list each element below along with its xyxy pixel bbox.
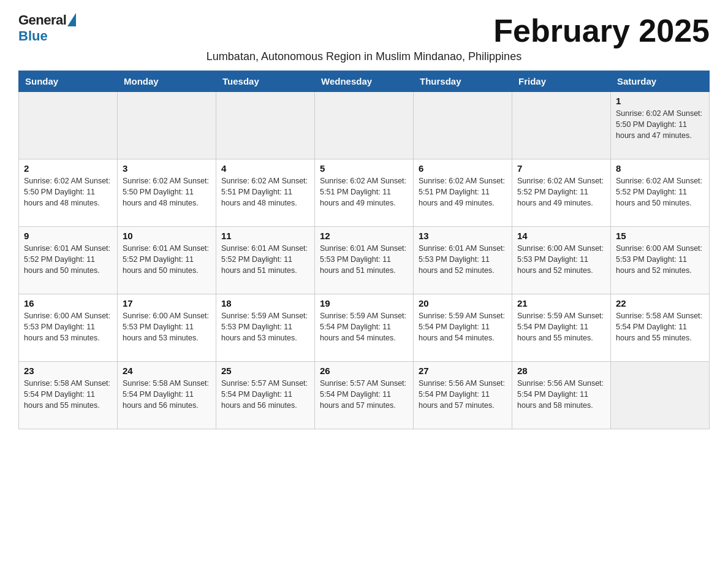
- day-number: 2: [24, 163, 112, 174]
- calendar-cell: 9Sunrise: 6:01 AM Sunset: 5:52 PM Daylig…: [19, 227, 118, 294]
- day-number: 9: [24, 231, 112, 241]
- calendar-table: SundayMondayTuesdayWednesdayThursdayFrid…: [18, 71, 710, 429]
- week-row-4: 16Sunrise: 6:00 AM Sunset: 5:53 PM Dayli…: [19, 294, 710, 362]
- day-info: Sunrise: 5:59 AM Sunset: 5:54 PM Dayligh…: [517, 310, 605, 343]
- day-number: 18: [221, 298, 309, 308]
- days-of-week-row: SundayMondayTuesdayWednesdayThursdayFrid…: [19, 71, 710, 92]
- day-info: Sunrise: 6:02 AM Sunset: 5:50 PM Dayligh…: [616, 108, 704, 141]
- day-number: 10: [123, 231, 211, 241]
- calendar-cell: 28Sunrise: 5:56 AM Sunset: 5:54 PM Dayli…: [512, 362, 611, 429]
- day-number: 6: [419, 163, 507, 174]
- day-number: 21: [517, 298, 605, 308]
- calendar-cell: 24Sunrise: 5:58 AM Sunset: 5:54 PM Dayli…: [118, 362, 216, 429]
- calendar-cell: [315, 92, 414, 159]
- day-number: 8: [616, 163, 704, 174]
- day-number: 3: [123, 163, 211, 174]
- subtitle: Lumbatan, Autonomous Region in Muslim Mi…: [18, 50, 710, 63]
- page-header: General Blue February 2025: [18, 12, 710, 49]
- day-info: Sunrise: 6:02 AM Sunset: 5:51 PM Dayligh…: [419, 175, 507, 209]
- day-info: Sunrise: 6:01 AM Sunset: 5:52 PM Dayligh…: [24, 243, 112, 276]
- day-info: Sunrise: 5:56 AM Sunset: 5:54 PM Dayligh…: [419, 378, 507, 411]
- calendar-cell: 21Sunrise: 5:59 AM Sunset: 5:54 PM Dayli…: [512, 294, 611, 362]
- calendar-cell: 12Sunrise: 6:01 AM Sunset: 5:53 PM Dayli…: [315, 227, 414, 294]
- logo-triangle-icon: [67, 13, 76, 26]
- day-info: Sunrise: 5:59 AM Sunset: 5:53 PM Dayligh…: [221, 310, 309, 343]
- calendar-cell: 13Sunrise: 6:01 AM Sunset: 5:53 PM Dayli…: [414, 227, 512, 294]
- day-info: Sunrise: 5:56 AM Sunset: 5:54 PM Dayligh…: [517, 378, 605, 411]
- day-info: Sunrise: 6:01 AM Sunset: 5:52 PM Dayligh…: [123, 243, 211, 276]
- day-info: Sunrise: 5:58 AM Sunset: 5:54 PM Dayligh…: [123, 378, 211, 411]
- calendar-cell: 7Sunrise: 6:02 AM Sunset: 5:52 PM Daylig…: [512, 159, 611, 227]
- day-number: 15: [616, 231, 704, 241]
- day-number: 1: [616, 96, 704, 106]
- day-header-tuesday: Tuesday: [216, 71, 315, 92]
- day-info: Sunrise: 6:02 AM Sunset: 5:51 PM Dayligh…: [320, 175, 408, 209]
- day-info: Sunrise: 6:02 AM Sunset: 5:51 PM Dayligh…: [221, 175, 309, 209]
- day-number: 4: [221, 163, 309, 174]
- day-number: 12: [320, 231, 408, 241]
- calendar-cell: 22Sunrise: 5:58 AM Sunset: 5:54 PM Dayli…: [611, 294, 710, 362]
- week-row-2: 2Sunrise: 6:02 AM Sunset: 5:50 PM Daylig…: [19, 159, 710, 227]
- day-info: Sunrise: 6:01 AM Sunset: 5:52 PM Dayligh…: [221, 243, 309, 276]
- calendar-cell: 27Sunrise: 5:56 AM Sunset: 5:54 PM Dayli…: [414, 362, 512, 429]
- day-info: Sunrise: 6:02 AM Sunset: 5:50 PM Dayligh…: [123, 175, 211, 209]
- calendar-cell: 10Sunrise: 6:01 AM Sunset: 5:52 PM Dayli…: [118, 227, 216, 294]
- calendar-header: SundayMondayTuesdayWednesdayThursdayFrid…: [19, 71, 710, 92]
- calendar-cell: 6Sunrise: 6:02 AM Sunset: 5:51 PM Daylig…: [414, 159, 512, 227]
- calendar-cell: 11Sunrise: 6:01 AM Sunset: 5:52 PM Dayli…: [216, 227, 315, 294]
- day-header-monday: Monday: [118, 71, 216, 92]
- day-number: 20: [419, 298, 507, 308]
- day-number: 19: [320, 298, 408, 308]
- day-info: Sunrise: 6:02 AM Sunset: 5:52 PM Dayligh…: [616, 175, 704, 209]
- day-number: 28: [517, 366, 605, 376]
- calendar-cell: 15Sunrise: 6:00 AM Sunset: 5:53 PM Dayli…: [611, 227, 710, 294]
- day-info: Sunrise: 6:01 AM Sunset: 5:53 PM Dayligh…: [320, 243, 408, 276]
- day-header-sunday: Sunday: [19, 71, 118, 92]
- calendar-cell: 20Sunrise: 5:59 AM Sunset: 5:54 PM Dayli…: [414, 294, 512, 362]
- day-info: Sunrise: 5:57 AM Sunset: 5:54 PM Dayligh…: [320, 378, 408, 411]
- day-number: 11: [221, 231, 309, 241]
- week-row-1: 1Sunrise: 6:02 AM Sunset: 5:50 PM Daylig…: [19, 92, 710, 159]
- calendar-cell: 14Sunrise: 6:00 AM Sunset: 5:53 PM Dayli…: [512, 227, 611, 294]
- logo-general-text: General: [18, 12, 66, 28]
- calendar-cell: 16Sunrise: 6:00 AM Sunset: 5:53 PM Dayli…: [19, 294, 118, 362]
- calendar-cell: 17Sunrise: 6:00 AM Sunset: 5:53 PM Dayli…: [118, 294, 216, 362]
- calendar-cell: [611, 362, 710, 429]
- day-number: 16: [24, 298, 112, 308]
- day-number: 13: [419, 231, 507, 241]
- day-header-thursday: Thursday: [414, 71, 512, 92]
- day-number: 27: [419, 366, 507, 376]
- day-info: Sunrise: 6:00 AM Sunset: 5:53 PM Dayligh…: [123, 310, 211, 343]
- day-info: Sunrise: 5:58 AM Sunset: 5:54 PM Dayligh…: [24, 378, 112, 411]
- calendar-cell: 2Sunrise: 6:02 AM Sunset: 5:50 PM Daylig…: [19, 159, 118, 227]
- day-info: Sunrise: 6:02 AM Sunset: 5:50 PM Dayligh…: [24, 175, 112, 209]
- calendar-cell: 23Sunrise: 5:58 AM Sunset: 5:54 PM Dayli…: [19, 362, 118, 429]
- day-number: 5: [320, 163, 408, 174]
- logo-blue-text: Blue: [18, 28, 48, 44]
- calendar-cell: 5Sunrise: 6:02 AM Sunset: 5:51 PM Daylig…: [315, 159, 414, 227]
- calendar-cell: 19Sunrise: 5:59 AM Sunset: 5:54 PM Dayli…: [315, 294, 414, 362]
- calendar-cell: 18Sunrise: 5:59 AM Sunset: 5:53 PM Dayli…: [216, 294, 315, 362]
- day-header-friday: Friday: [512, 71, 611, 92]
- day-number: 24: [123, 366, 211, 376]
- calendar-cell: [414, 92, 512, 159]
- day-info: Sunrise: 6:01 AM Sunset: 5:53 PM Dayligh…: [419, 243, 507, 276]
- calendar-cell: 3Sunrise: 6:02 AM Sunset: 5:50 PM Daylig…: [118, 159, 216, 227]
- day-number: 17: [123, 298, 211, 308]
- day-number: 14: [517, 231, 605, 241]
- calendar-cell: [512, 92, 611, 159]
- day-number: 25: [221, 366, 309, 376]
- day-number: 22: [616, 298, 704, 308]
- day-info: Sunrise: 5:58 AM Sunset: 5:54 PM Dayligh…: [616, 310, 704, 343]
- day-info: Sunrise: 5:59 AM Sunset: 5:54 PM Dayligh…: [419, 310, 507, 343]
- calendar-body: 1Sunrise: 6:02 AM Sunset: 5:50 PM Daylig…: [19, 92, 710, 429]
- day-info: Sunrise: 6:00 AM Sunset: 5:53 PM Dayligh…: [24, 310, 112, 343]
- calendar-cell: 26Sunrise: 5:57 AM Sunset: 5:54 PM Dayli…: [315, 362, 414, 429]
- day-info: Sunrise: 6:00 AM Sunset: 5:53 PM Dayligh…: [616, 243, 704, 276]
- month-title: February 2025: [493, 12, 710, 49]
- day-number: 7: [517, 163, 605, 174]
- day-header-wednesday: Wednesday: [315, 71, 414, 92]
- day-info: Sunrise: 6:02 AM Sunset: 5:52 PM Dayligh…: [517, 175, 605, 209]
- calendar-cell: 8Sunrise: 6:02 AM Sunset: 5:52 PM Daylig…: [611, 159, 710, 227]
- day-info: Sunrise: 5:57 AM Sunset: 5:54 PM Dayligh…: [221, 378, 309, 411]
